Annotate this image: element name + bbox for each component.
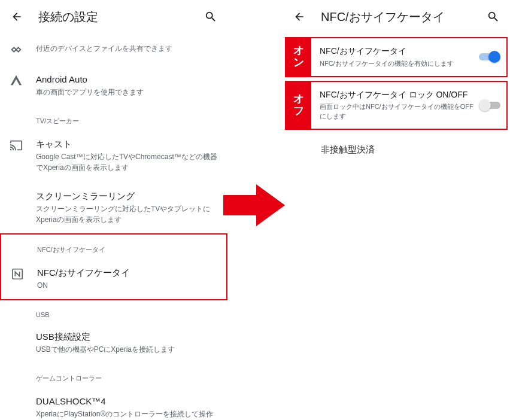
row-nfc-toggle[interactable]: オン NFC/おサイフケータイ NFC/おサイフケータイの機能を有効にします (285, 37, 508, 77)
row-title: キャスト (36, 138, 218, 150)
row-title: DUALSHOCK™4 (36, 395, 218, 407)
row-title: USB接続設定 (36, 330, 218, 343)
settings-list: 付近のデバイスとファイルを共有できます Android Auto 車の画面でアプ… (0, 34, 227, 420)
back-button[interactable] (10, 10, 24, 24)
search-icon (487, 10, 500, 23)
row-contactless-payment[interactable]: 非接触型決済 (283, 133, 510, 166)
row-title: NFC/おサイフケータイ (320, 45, 474, 57)
row-dualshock4[interactable]: DUALSHOCK™4 XperiaにPlayStation®のコントローラーを… (0, 386, 227, 420)
badge-on: オン (286, 38, 311, 76)
row-usb-settings[interactable]: USB接続設定 USBで他の機器やPCにXperiaを接続します (0, 322, 227, 363)
nfc-icon (11, 267, 24, 281)
search-button[interactable] (486, 10, 500, 24)
cast-icon (10, 139, 23, 152)
row-subtitle: スクリーンミラーリングに対応したTVやタブレットにXperiaの画面を表示します (36, 203, 218, 225)
row-subtitle: NFC/おサイフケータイの機能を有効にします (320, 59, 474, 69)
row-title: NFC/おサイフケータイ ロック ON/OFF (320, 89, 474, 101)
row-title: Android Auto (36, 73, 218, 86)
row-subtitle: USBで他の機器やPCにXperiaを接続します (36, 344, 218, 355)
back-button[interactable] (292, 10, 306, 24)
row-subtitle: 付近のデバイスとファイルを共有できます (36, 43, 218, 54)
search-button[interactable] (204, 10, 218, 24)
page-title: NFC/おサイフケータイ (321, 9, 486, 25)
row-nearby-share[interactable]: 付近のデバイスとファイルを共有できます (0, 34, 227, 65)
row-title: NFC/おサイフケータイ (37, 266, 217, 279)
row-nfc-osaifu[interactable]: NFC/おサイフケータイ ON (1, 258, 226, 299)
arrow-back-icon (11, 11, 23, 23)
app-bar: 接続の設定 (0, 0, 227, 34)
nfc-switch[interactable] (479, 51, 500, 63)
page-title: 接続の設定 (38, 9, 204, 25)
app-bar: NFC/おサイフケータイ (283, 0, 510, 34)
nearby-icon (10, 43, 23, 56)
settings-screen-nfc: NFC/おサイフケータイ オン NFC/おサイフケータイ NFC/おサイフケータ… (283, 0, 510, 420)
nfc-settings-list: オン NFC/おサイフケータイ NFC/おサイフケータイの機能を有効にします オ… (283, 37, 510, 166)
category-tv-speaker: TV/スピーカー (0, 106, 227, 129)
nfc-lock-switch[interactable] (479, 99, 500, 111)
row-nfc-lock-toggle[interactable]: オフ NFC/おサイフケータイ ロック ON/OFF 画面ロック中はNFC/おサ… (285, 81, 508, 130)
row-android-auto[interactable]: Android Auto 車の画面でアプリを使用できます (0, 65, 227, 106)
row-subtitle: Google Cast™に対応したTVやChromecast™などの機器でXpe… (36, 151, 218, 173)
row-cast[interactable]: キャスト Google Cast™に対応したTVやChromecast™などの機… (0, 129, 227, 181)
row-subtitle: ON (37, 280, 217, 291)
row-screen-mirroring[interactable]: スクリーンミラーリング スクリーンミラーリングに対応したTVやタブレットにXpe… (0, 181, 227, 233)
transition-arrow (221, 178, 287, 232)
category-game-controller: ゲームコントローラー (0, 363, 227, 386)
category-usb: USB (0, 300, 227, 322)
arrow-right-icon (223, 181, 286, 229)
android-auto-icon (10, 74, 23, 87)
row-title: スクリーンミラーリング (36, 190, 218, 202)
highlight-nfc-section: NFC/おサイフケータイ NFC/おサイフケータイ ON (0, 233, 227, 300)
settings-screen-connection: 接続の設定 付近のデバイスとファイルを共有できます Android Auto 車… (0, 0, 227, 420)
badge-off: オフ (286, 82, 311, 129)
arrow-back-icon (293, 11, 305, 23)
svg-marker-1 (223, 184, 285, 226)
row-subtitle: XperiaにPlayStation®のコントローラーを接続して操作します (36, 409, 218, 420)
row-subtitle: 画面ロック中はNFC/おサイフケータイの機能をOFFにします (320, 102, 474, 121)
search-icon (204, 10, 217, 23)
category-nfc: NFC/おサイフケータイ (1, 235, 226, 258)
row-subtitle: 車の画面でアプリを使用できます (36, 87, 218, 98)
